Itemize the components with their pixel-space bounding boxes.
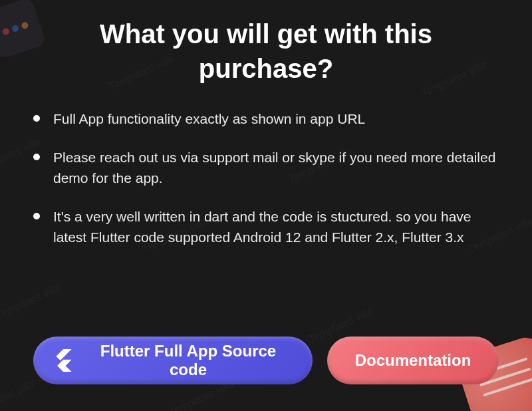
flutter-icon bbox=[53, 349, 72, 372]
documentation-button[interactable]: Documentation bbox=[327, 337, 499, 384]
bullet-icon bbox=[33, 154, 40, 160]
list-item: Please reach out us via support mail or … bbox=[33, 148, 499, 188]
list-item-text: Full App functionality exactly as shown … bbox=[53, 109, 365, 129]
list-item: It's a very well written in dart and the… bbox=[33, 207, 499, 247]
button-label: Documentation bbox=[355, 351, 471, 370]
bullet-icon bbox=[33, 213, 40, 219]
list-item-text: Please reach out us via support mail or … bbox=[53, 148, 499, 188]
button-row: Flutter Full App Source code Documentati… bbox=[33, 337, 499, 384]
list-item: Full App functionality exactly as shown … bbox=[33, 109, 499, 129]
source-code-button[interactable]: Flutter Full App Source code bbox=[33, 337, 313, 384]
button-label: Flutter Full App Source code bbox=[84, 342, 293, 379]
list-item-text: It's a very well written in dart and the… bbox=[53, 207, 499, 247]
page-title: What you will get with this purchase? bbox=[33, 17, 499, 86]
bullet-icon bbox=[33, 115, 40, 122]
feature-list: Full App functionality exactly as shown … bbox=[33, 109, 499, 323]
